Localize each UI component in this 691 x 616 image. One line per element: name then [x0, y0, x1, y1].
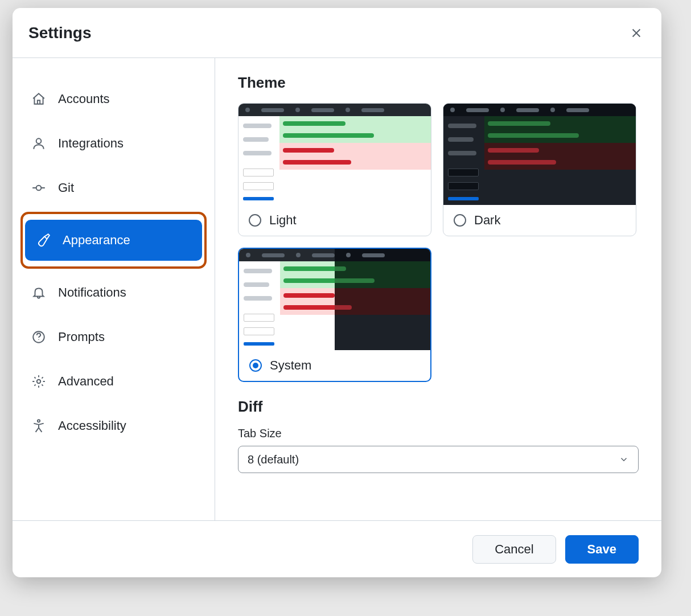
home-icon: [31, 91, 47, 107]
modal-title: Settings: [28, 24, 91, 42]
svg-point-4: [38, 420, 40, 422]
settings-modal: Settings Accounts Integrations: [13, 8, 661, 577]
sidebar-item-label: Integrations: [58, 136, 124, 151]
modal-header: Settings: [13, 8, 661, 58]
sidebar-item-integrations[interactable]: Integrations: [20, 123, 207, 164]
sidebar-item-accessibility[interactable]: Accessibility: [20, 405, 207, 446]
diff-heading: Diff: [238, 398, 639, 416]
close-icon: [630, 27, 643, 39]
person-icon: [31, 135, 47, 151]
save-button-label: Save: [587, 542, 616, 557]
svg-point-1: [36, 186, 42, 191]
theme-radio-dark[interactable]: [454, 214, 466, 227]
theme-preview-dark: [443, 104, 636, 205]
close-button[interactable]: [627, 24, 645, 42]
bell-icon: [31, 285, 47, 301]
accessibility-icon: [31, 418, 47, 434]
sidebar-item-advanced[interactable]: Advanced: [20, 361, 207, 402]
theme-label: Dark: [474, 213, 500, 228]
settings-content: Theme: [215, 58, 661, 520]
sidebar-item-accounts[interactable]: Accounts: [20, 79, 207, 120]
question-icon: [31, 329, 47, 345]
cancel-button-label: Cancel: [495, 542, 533, 557]
sidebar-item-label: Accessibility: [58, 418, 126, 433]
sidebar-item-label: Git: [58, 180, 74, 195]
theme-options: Light: [238, 103, 639, 382]
sidebar-item-label: Notifications: [58, 285, 126, 300]
theme-label: Light: [269, 213, 297, 228]
tab-size-label: Tab Size: [238, 427, 639, 440]
save-button[interactable]: Save: [565, 535, 639, 564]
modal-body: Accounts Integrations Git A: [13, 58, 661, 520]
sidebar-item-label: Appearance: [63, 233, 130, 248]
sidebar-item-label: Prompts: [58, 330, 105, 344]
modal-footer: Cancel Save: [13, 520, 661, 577]
settings-sidebar: Accounts Integrations Git A: [13, 58, 215, 520]
theme-preview-light: [238, 104, 431, 205]
paintbrush-icon: [35, 232, 51, 248]
gear-icon: [31, 373, 47, 389]
theme-option-light[interactable]: Light: [238, 103, 431, 236]
svg-point-3: [37, 380, 41, 384]
theme-radio-system[interactable]: [249, 359, 262, 372]
git-commit-icon: [31, 180, 47, 196]
theme-radio-light[interactable]: [249, 214, 261, 227]
theme-option-system[interactable]: System: [238, 248, 431, 382]
sidebar-item-label: Accounts: [58, 92, 110, 106]
cancel-button[interactable]: Cancel: [472, 535, 556, 564]
theme-option-dark[interactable]: Dark: [443, 103, 636, 236]
sidebar-item-prompts[interactable]: Prompts: [20, 317, 207, 358]
theme-label: System: [270, 358, 311, 373]
svg-point-0: [36, 138, 42, 143]
sidebar-item-appearance[interactable]: Appearance: [25, 220, 202, 261]
sidebar-item-notifications[interactable]: Notifications: [20, 272, 207, 313]
sidebar-item-git[interactable]: Git: [20, 167, 207, 208]
theme-heading: Theme: [238, 74, 639, 92]
theme-preview-system: [239, 249, 430, 350]
chevron-down-icon: [619, 454, 629, 465]
sidebar-item-appearance-highlight: Appearance: [20, 212, 207, 269]
tab-size-select[interactable]: 8 (default): [238, 446, 639, 473]
tab-size-value: 8 (default): [248, 453, 299, 466]
sidebar-item-label: Advanced: [58, 374, 114, 389]
